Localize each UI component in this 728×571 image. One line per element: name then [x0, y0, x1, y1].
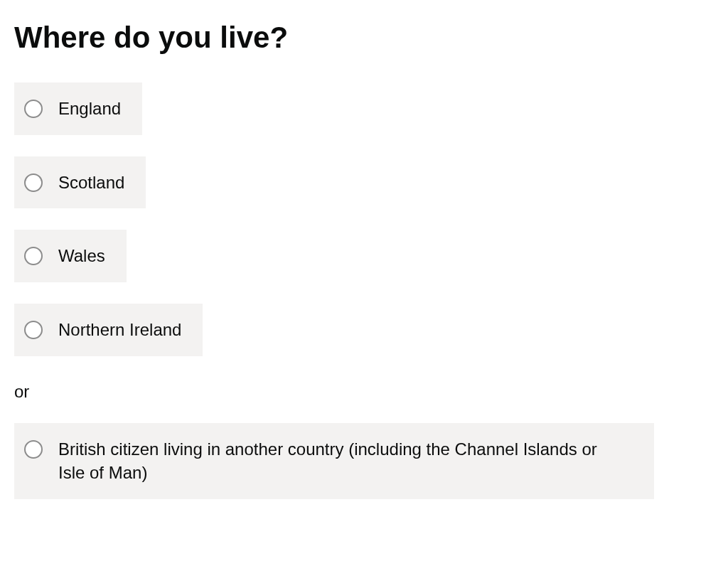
radio-option-wales[interactable]: Wales — [14, 230, 127, 282]
radio-option-abroad[interactable]: British citizen living in another countr… — [14, 423, 654, 499]
page-title: Where do you live? — [14, 21, 714, 54]
radio-option-scotland[interactable]: Scotland — [14, 156, 146, 209]
radio-icon — [24, 100, 43, 118]
radio-icon — [24, 174, 43, 192]
radio-option-england[interactable]: England — [14, 82, 142, 135]
radio-label: England — [50, 97, 121, 121]
radio-icon — [24, 247, 43, 265]
radio-group: England Scotland Wales Northern Ireland … — [14, 82, 714, 506]
radio-icon — [24, 440, 43, 459]
radio-label: Northern Ireland — [50, 318, 181, 342]
radio-label: British citizen living in another countr… — [50, 437, 604, 485]
radio-label: Wales — [50, 244, 105, 268]
radio-divider: or — [14, 382, 29, 402]
radio-label: Scotland — [50, 171, 124, 195]
radio-option-northern-ireland[interactable]: Northern Ireland — [14, 304, 203, 356]
radio-icon — [24, 321, 43, 339]
